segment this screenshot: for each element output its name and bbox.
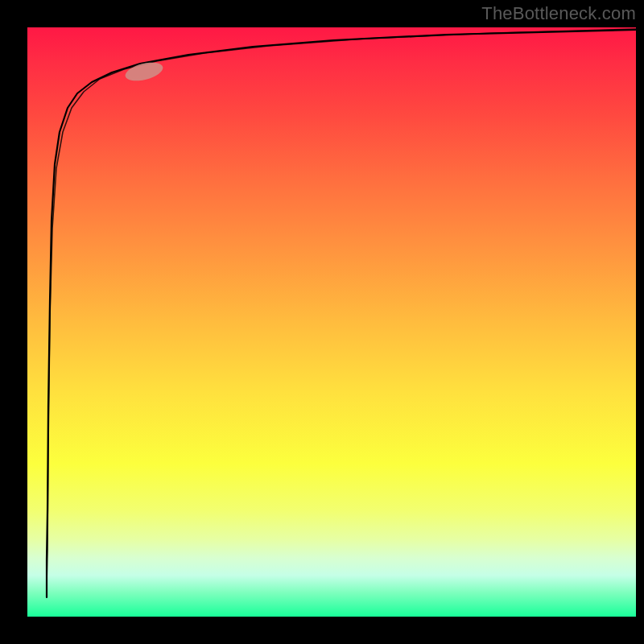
bottleneck-curve — [47, 30, 636, 597]
curve-layer — [27, 27, 636, 617]
chart-container: TheBottleneck.com — [0, 0, 644, 644]
plot-area — [27, 27, 636, 617]
bottleneck-curve-shadow — [47, 29, 636, 596]
watermark-label: TheBottleneck.com — [481, 3, 636, 24]
